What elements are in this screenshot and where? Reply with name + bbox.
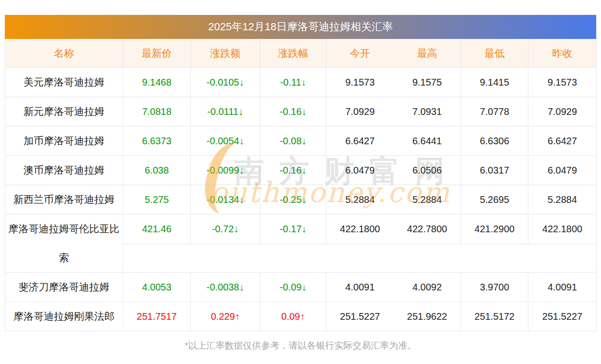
rate-change_pct: -0.17↓ — [260, 214, 326, 244]
rate-high: 4.0092 — [394, 273, 461, 302]
column-header-name: 名称 — [5, 39, 123, 68]
column-header-open: 今开 — [326, 39, 394, 68]
rate-open: 6.0479 — [326, 156, 394, 185]
rate-prev_close: 6.0479 — [528, 156, 597, 185]
rate-change: -0.72↓ — [191, 214, 260, 244]
rate-latest: 9.1468 — [123, 68, 191, 97]
currency-pair-name: 新元摩洛哥迪拉姆 — [5, 97, 123, 126]
column-header-latest: 最新价 — [123, 39, 191, 68]
rate-prev_close: 7.0929 — [528, 97, 597, 126]
rate-change: -0.0054↓ — [191, 126, 260, 156]
rate-latest: 4.0053 — [123, 273, 191, 302]
rate-high: 7.0931 — [394, 97, 461, 126]
column-header-change: 涨跌额 — [191, 39, 260, 68]
table-row: 新西兰币摩洛哥迪拉姆5.275-0.0134↓-0.25↓5.28845.288… — [5, 185, 597, 214]
rate-prev_close: 422.1800 — [528, 214, 597, 244]
rate-prev_close: 251.5227 — [528, 302, 597, 331]
spacer-cell — [123, 244, 597, 273]
rate-open: 251.5227 — [326, 302, 394, 331]
column-header-change-pct: 涨跌幅 — [260, 39, 326, 68]
rate-latest: 7.0818 — [123, 97, 191, 126]
rate-table-body: 美元摩洛哥迪拉姆9.1468-0.0105↓-0.11↓9.15739.1575… — [5, 68, 597, 331]
rate-open: 422.1800 — [326, 214, 394, 244]
rate-latest: 6.6373 — [123, 126, 191, 156]
rate-change_pct: -0.11↓ — [260, 68, 326, 97]
rate-open: 4.0091 — [326, 273, 394, 302]
rate-latest: 5.275 — [123, 185, 191, 214]
rate-low: 6.0317 — [461, 156, 528, 185]
disclaimer-note: *以上汇率数据仅供参考，请以各银行实际交易汇率为准。 — [0, 339, 601, 352]
rate-low: 421.2900 — [461, 214, 528, 244]
rate-change_pct: -0.16↓ — [260, 156, 326, 185]
table-row: 美元摩洛哥迪拉姆9.1468-0.0105↓-0.11↓9.15739.1575… — [5, 68, 597, 97]
currency-pair-name: 加币摩洛哥迪拉姆 — [5, 126, 123, 156]
rate-prev_close: 4.0091 — [528, 273, 597, 302]
rate-open: 6.6427 — [326, 126, 394, 156]
rates-table: 名称 最新价 涨跌额 涨跌幅 今开 最高 最低 昨收 美元摩洛哥迪拉姆9.146… — [5, 39, 597, 331]
rate-high: 6.6441 — [394, 126, 461, 156]
rate-latest: 421.46 — [123, 214, 191, 244]
table-row: 新元摩洛哥迪拉姆7.0818-0.0111↓-0.16↓7.09297.0931… — [5, 97, 597, 126]
rate-latest: 6.038 — [123, 156, 191, 185]
rate-change: -0.0134↓ — [191, 185, 260, 214]
rate-high: 6.0506 — [394, 156, 461, 185]
currency-pair-name: 新西兰币摩洛哥迪拉姆 — [5, 185, 123, 214]
column-header-high: 最高 — [394, 39, 461, 68]
rate-latest: 251.7517 — [123, 302, 191, 331]
rate-change: 0.229↑ — [191, 302, 260, 331]
rate-change: -0.0038↓ — [191, 273, 260, 302]
table-row: 斐济刀摩洛哥迪拉姆4.0053-0.0038↓-0.09↓4.00914.009… — [5, 273, 597, 302]
table-row: 摩洛哥迪拉姆哥伦比亚比索421.46-0.72↓-0.17↓422.180042… — [5, 214, 597, 244]
currency-pair-name: 摩洛哥迪拉姆哥伦比亚比索 — [5, 214, 123, 273]
rate-low: 6.6306 — [461, 126, 528, 156]
rate-low: 7.0778 — [461, 97, 528, 126]
rate-open: 5.2884 — [326, 185, 394, 214]
rates-panel: 2025年12月18日摩洛哥迪拉姆相关汇率 名称 最新价 涨跌额 涨跌幅 今开 … — [5, 15, 596, 331]
rate-change_pct: 0.09↑ — [260, 302, 326, 331]
rate-low: 3.9700 — [461, 273, 528, 302]
rate-prev_close: 6.6427 — [528, 126, 597, 156]
rate-open: 7.0929 — [326, 97, 394, 126]
rate-change: -0.0111↓ — [191, 97, 260, 126]
table-row: 加币摩洛哥迪拉姆6.6373-0.0054↓-0.08↓6.64276.6441… — [5, 126, 597, 156]
rate-change: -0.0105↓ — [191, 68, 260, 97]
column-header-low: 最低 — [461, 39, 528, 68]
currency-pair-name: 摩洛哥迪拉姆刚果法郎 — [5, 302, 123, 331]
rate-prev_close: 9.1573 — [528, 68, 597, 97]
rate-low: 5.2695 — [461, 185, 528, 214]
rate-change_pct: -0.16↓ — [260, 97, 326, 126]
rate-change_pct: -0.09↓ — [260, 273, 326, 302]
rate-change_pct: -0.08↓ — [260, 126, 326, 156]
page-title: 2025年12月18日摩洛哥迪拉姆相关汇率 — [5, 15, 596, 39]
currency-pair-name: 澳币摩洛哥迪拉姆 — [5, 156, 123, 185]
rate-low: 9.1415 — [461, 68, 528, 97]
currency-pair-name: 美元摩洛哥迪拉姆 — [5, 68, 123, 97]
rate-high: 5.2884 — [394, 185, 461, 214]
rate-open: 9.1573 — [326, 68, 394, 97]
rate-change_pct: -0.25↓ — [260, 185, 326, 214]
table-header-row: 名称 最新价 涨跌额 涨跌幅 今开 最高 最低 昨收 — [5, 39, 597, 68]
rate-high: 9.1575 — [394, 68, 461, 97]
rate-change: -0.0099↓ — [191, 156, 260, 185]
table-row: 摩洛哥迪拉姆刚果法郎251.75170.229↑0.09↑251.5227251… — [5, 302, 597, 331]
column-header-prev-close: 昨收 — [528, 39, 597, 68]
rate-high: 251.9622 — [394, 302, 461, 331]
rate-high: 422.7800 — [394, 214, 461, 244]
rate-low: 251.5172 — [461, 302, 528, 331]
table-row: 澳币摩洛哥迪拉姆6.038-0.0099↓-0.16↓6.04796.05066… — [5, 156, 597, 185]
rate-prev_close: 5.2884 — [528, 185, 597, 214]
currency-pair-name: 斐济刀摩洛哥迪拉姆 — [5, 273, 123, 302]
